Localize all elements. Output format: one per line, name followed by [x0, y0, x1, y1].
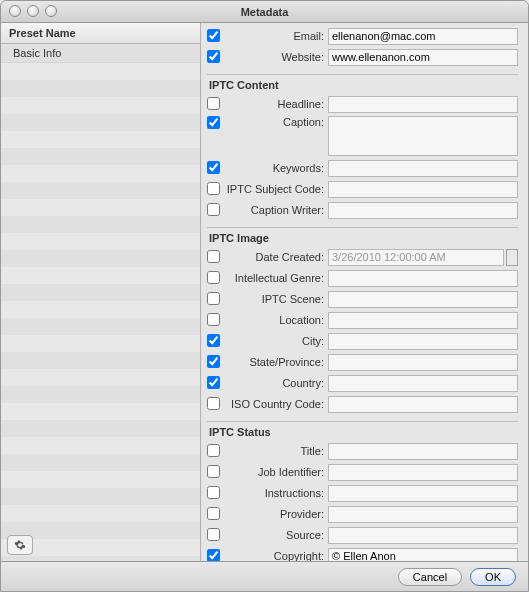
checkbox-iso-country-code[interactable] — [207, 397, 220, 410]
row-email: Email: — [207, 27, 518, 45]
checkbox-headline[interactable] — [207, 97, 220, 110]
row-country: Country: — [207, 374, 518, 392]
checkbox-iptc-scene[interactable] — [207, 292, 220, 305]
label-website: Website: — [223, 51, 328, 63]
section-iptc-content: IPTC Content — [207, 74, 518, 91]
row-source: Source: — [207, 526, 518, 544]
checkbox-source[interactable] — [207, 528, 220, 541]
sidebar-header: Preset Name — [1, 23, 200, 44]
footer: Cancel OK — [1, 561, 528, 591]
row-instructions: Instructions: — [207, 484, 518, 502]
checkbox-website[interactable] — [207, 50, 220, 63]
gear-icon — [14, 539, 26, 551]
label-copyright: Copyright: — [223, 550, 328, 561]
input-provider[interactable] — [328, 506, 518, 523]
label-title: Title: — [223, 445, 328, 457]
row-iso-country-code: ISO Country Code: — [207, 395, 518, 413]
main-panel: Email: Website: IPTC Content Headline: C… — [201, 23, 528, 561]
input-headline[interactable] — [328, 96, 518, 113]
row-subject-code: IPTC Subject Code: — [207, 180, 518, 198]
checkbox-city[interactable] — [207, 334, 220, 347]
row-title: Title: — [207, 442, 518, 460]
gear-button[interactable] — [7, 535, 33, 555]
date-stepper[interactable] — [506, 249, 518, 266]
input-location[interactable] — [328, 312, 518, 329]
row-location: Location: — [207, 311, 518, 329]
label-instructions: Instructions: — [223, 487, 328, 499]
input-title[interactable] — [328, 443, 518, 460]
ok-button[interactable]: OK — [470, 568, 516, 586]
titlebar: Metadata — [1, 1, 528, 23]
checkbox-provider[interactable] — [207, 507, 220, 520]
input-intellectual-genre[interactable] — [328, 270, 518, 287]
label-headline: Headline: — [223, 98, 328, 110]
checkbox-keywords[interactable] — [207, 161, 220, 174]
checkbox-subject-code[interactable] — [207, 182, 220, 195]
checkbox-job-identifier[interactable] — [207, 465, 220, 478]
row-website: Website: — [207, 48, 518, 66]
row-city: City: — [207, 332, 518, 350]
label-state-province: State/Province: — [223, 356, 328, 368]
row-caption-writer: Caption Writer: — [207, 201, 518, 219]
row-state-province: State/Province: — [207, 353, 518, 371]
label-iso-country-code: ISO Country Code: — [223, 398, 328, 410]
checkbox-date-created[interactable] — [207, 250, 220, 263]
input-copyright[interactable] — [328, 548, 518, 562]
input-country[interactable] — [328, 375, 518, 392]
checkbox-caption[interactable] — [207, 116, 220, 129]
checkbox-caption-writer[interactable] — [207, 203, 220, 216]
checkbox-location[interactable] — [207, 313, 220, 326]
label-email: Email: — [223, 30, 328, 42]
input-email[interactable] — [328, 28, 518, 45]
label-iptc-scene: IPTC Scene: — [223, 293, 328, 305]
window-controls — [9, 5, 57, 17]
label-city: City: — [223, 335, 328, 347]
checkbox-email[interactable] — [207, 29, 220, 42]
label-source: Source: — [223, 529, 328, 541]
minimize-icon[interactable] — [27, 5, 39, 17]
label-subject-code: IPTC Subject Code: — [223, 183, 328, 195]
input-keywords[interactable] — [328, 160, 518, 177]
section-iptc-image: IPTC Image — [207, 227, 518, 244]
checkbox-state-province[interactable] — [207, 355, 220, 368]
row-job-identifier: Job Identifier: — [207, 463, 518, 481]
label-keywords: Keywords: — [223, 162, 328, 174]
input-state-province[interactable] — [328, 354, 518, 371]
checkbox-country[interactable] — [207, 376, 220, 389]
label-country: Country: — [223, 377, 328, 389]
input-iptc-scene[interactable] — [328, 291, 518, 308]
checkbox-copyright[interactable] — [207, 549, 220, 562]
checkbox-intellectual-genre[interactable] — [207, 271, 220, 284]
input-caption-writer[interactable] — [328, 202, 518, 219]
checkbox-instructions[interactable] — [207, 486, 220, 499]
input-job-identifier[interactable] — [328, 464, 518, 481]
row-headline: Headline: — [207, 95, 518, 113]
label-job-identifier: Job Identifier: — [223, 466, 328, 478]
sidebar-item-basic-info[interactable]: Basic Info — [1, 44, 200, 63]
row-keywords: Keywords: — [207, 159, 518, 177]
input-subject-code[interactable] — [328, 181, 518, 198]
row-date-created: Date Created: — [207, 248, 518, 266]
row-copyright: Copyright: — [207, 547, 518, 561]
close-icon[interactable] — [9, 5, 21, 17]
input-iso-country-code[interactable] — [328, 396, 518, 413]
section-iptc-status: IPTC Status — [207, 421, 518, 438]
row-caption: Caption: — [207, 116, 518, 156]
row-iptc-scene: IPTC Scene: — [207, 290, 518, 308]
zoom-icon[interactable] — [45, 5, 57, 17]
row-provider: Provider: — [207, 505, 518, 523]
cancel-button[interactable]: Cancel — [398, 568, 462, 586]
checkbox-title[interactable] — [207, 444, 220, 457]
sidebar-list — [1, 63, 200, 561]
label-caption: Caption: — [223, 116, 328, 128]
input-website[interactable] — [328, 49, 518, 66]
label-caption-writer: Caption Writer: — [223, 204, 328, 216]
input-caption[interactable] — [328, 116, 518, 156]
input-date-created[interactable] — [328, 249, 504, 266]
label-date-created: Date Created: — [223, 251, 328, 263]
input-source[interactable] — [328, 527, 518, 544]
input-city[interactable] — [328, 333, 518, 350]
input-instructions[interactable] — [328, 485, 518, 502]
window-title: Metadata — [241, 6, 289, 18]
label-provider: Provider: — [223, 508, 328, 520]
